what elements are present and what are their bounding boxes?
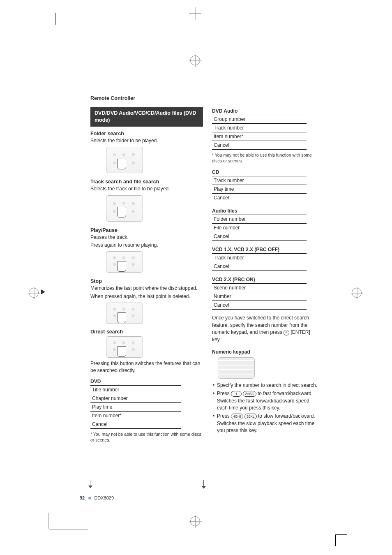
table-row: Cancel	[212, 194, 307, 202]
audio-files-heading: Audio files	[212, 208, 320, 214]
table-row: Cancel	[212, 232, 307, 241]
table-row: Cancel	[212, 141, 307, 150]
table-row: Scene number	[212, 284, 307, 292]
vcd-pbc-on-table: Scene number Number Cancel	[212, 283, 307, 310]
enter-key-icon	[284, 330, 289, 335]
direct-search-instructions: Once you have switched to the direct sea…	[212, 314, 320, 343]
table-row: Cancel	[212, 262, 307, 271]
keypad-bullet-list: Specify the number to search in direct s…	[212, 382, 320, 435]
footer-model: DDX8029	[94, 495, 114, 500]
table-row: Item number*	[212, 132, 307, 141]
dvd-table: Title number Chapter number Play time It…	[90, 385, 181, 429]
registration-circle-top	[190, 56, 200, 65]
remote-illustration	[106, 147, 143, 173]
bullet-pre: Press	[217, 391, 231, 396]
list-item: Specify the number to search in direct s…	[212, 382, 320, 389]
table-row: Folder number	[212, 215, 307, 224]
dvd-footnote: * You may not be able to use this functi…	[90, 431, 203, 443]
registration-cross	[189, 7, 201, 20]
play-pause-text2: Press again to resume playing.	[90, 242, 203, 249]
table-row: Item number*	[90, 411, 181, 420]
stop-text2: When pressed again, the last point is de…	[90, 293, 203, 300]
audio-files-table: Folder number File number Cancel	[212, 215, 307, 241]
dvd-audio-heading: DVD Audio	[212, 108, 320, 114]
table-row: Play time	[90, 402, 181, 411]
direct-search-text: Pressing this button switches the featur…	[90, 360, 203, 375]
two-column-layout: DVD/DVD Audio/VCD/CD/Audio files (DVD mo…	[90, 107, 321, 443]
bullet-pre: Press	[217, 413, 231, 419]
crop-mark	[44, 13, 56, 25]
key-icon: 5JKL	[244, 414, 256, 419]
page-edge-tab	[48, 513, 88, 530]
dvd-audio-table: Group number Track number Item number* C…	[212, 115, 307, 150]
remote-illustration	[106, 336, 143, 358]
mode-band: DVD/DVD Audio/VCD/CD/Audio files (DVD mo…	[90, 107, 203, 127]
table-row: Chapter number	[90, 394, 181, 402]
page-footer: 92 DDX8029	[80, 495, 114, 500]
track-search-text: Selects the track or file to be played.	[90, 185, 203, 192]
side-triangle-left	[41, 289, 45, 294]
page-number: 92	[80, 495, 85, 500]
table-row: Track number	[212, 254, 307, 262]
left-column: DVD/DVD Audio/VCD/CD/Audio files (DVD mo…	[90, 107, 203, 443]
footer-dot-icon	[88, 497, 91, 500]
table-row: Group number	[212, 115, 307, 124]
table-row: Cancel	[90, 420, 181, 428]
folder-search-heading: Folder search	[90, 131, 203, 136]
table-row: Track number	[212, 176, 307, 185]
remote-illustration	[106, 303, 143, 324]
registration-circle-bottom	[190, 516, 200, 526]
play-pause-heading: Play/Pause	[90, 227, 203, 233]
numeric-keypad-heading: Numeric keypad	[212, 349, 320, 355]
vcd-pbc-off-table: Track number Cancel	[212, 253, 307, 271]
stop-heading: Stop	[90, 278, 203, 284]
folder-search-text: Selects the folder to be played.	[90, 137, 203, 144]
registration-circle-left	[29, 288, 39, 298]
vcd-pbc-on-heading: VCD 2.X (PBC ON)	[212, 277, 320, 282]
list-item: Press 1 2ABC to fast forward/backward. S…	[212, 390, 320, 412]
dvd-audio-footnote: * You may not be able to use this functi…	[212, 152, 320, 164]
right-column: DVD Audio Group number Track number Item…	[212, 107, 320, 443]
crop-mark-br	[335, 534, 347, 546]
cd-heading: CD	[212, 169, 320, 175]
table-row: Play time	[212, 185, 307, 194]
table-row: Number	[212, 292, 307, 301]
page-body: Remote Controller DVD/DVD Audio/VCD/CD/A…	[90, 95, 321, 443]
key-icon: 1	[231, 391, 242, 397]
remote-illustration	[106, 195, 143, 222]
play-pause-text1: Pauses the track.	[90, 234, 203, 241]
bullet-text: Specify the number to search in direct s…	[217, 382, 317, 388]
key-icon: 2ABC	[243, 391, 256, 397]
remote-illustration	[106, 251, 143, 273]
section-header: Remote Controller	[90, 95, 321, 103]
column-guide-arrow	[203, 480, 204, 486]
table-row: Track number	[212, 124, 307, 132]
cd-table: Track number Play time Cancel	[212, 176, 307, 202]
vcd-pbc-off-heading: VCD 1.X, VCD 2.X (PBC OFF)	[212, 247, 320, 252]
direct-search-heading: Direct search	[90, 329, 203, 335]
table-row: File number	[212, 224, 307, 232]
table-row: Title number	[90, 385, 181, 394]
registration-circle-right	[352, 288, 362, 298]
key-icon: 4GHI	[231, 414, 243, 419]
track-search-heading: Track search and file search	[90, 179, 203, 185]
keypad-illustration	[218, 357, 255, 379]
table-row: Cancel	[212, 301, 307, 310]
stop-text1: Memorizes the last point where the disc …	[90, 285, 203, 292]
list-item: Press 4GHI 5JKL to slow forward/backward…	[212, 413, 320, 434]
dvd-subheading: DVD	[90, 379, 203, 384]
column-guide-arrow	[90, 480, 90, 486]
